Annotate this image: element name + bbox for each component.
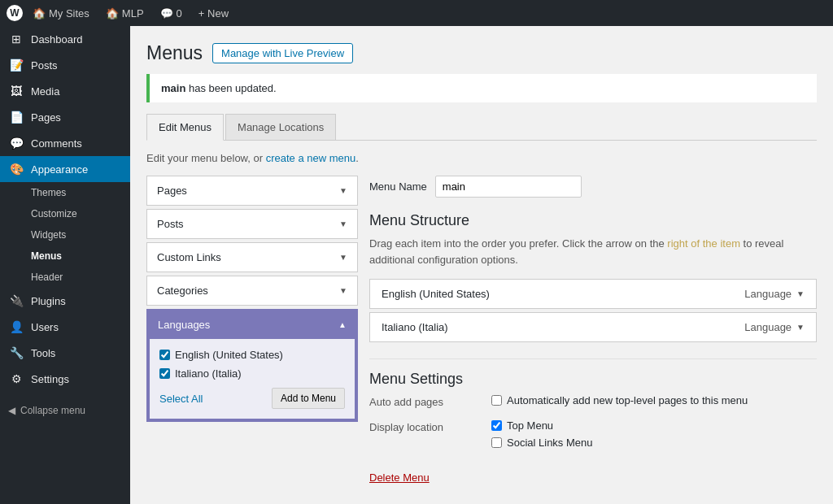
auto-add-row: Auto add pages Automatically add new top… [369, 394, 817, 411]
media-icon: 🖼 [8, 85, 24, 98]
display-location-label: Display location [369, 419, 475, 433]
menu-item-english-type: Language ▼ [744, 288, 805, 300]
adminbar-mlp[interactable]: 🏠 MLP [99, 0, 150, 26]
wp-logo-icon[interactable]: W [7, 5, 23, 21]
adminbar-my-sites[interactable]: 🏠 My Sites [26, 0, 96, 26]
display-location-row: Display location Top Menu Social Links M… [369, 419, 817, 454]
language-it-label[interactable]: Italiano (Italia) [175, 367, 242, 380]
notice-text: has been updated. [185, 82, 276, 94]
content-area: Edit your menu below, or create a new me… [146, 141, 817, 484]
sidebar-submenu-customize[interactable]: Customize [0, 203, 130, 224]
collapse-menu-button[interactable]: ◀ Collapse menu [0, 398, 130, 423]
accordion-languages-header[interactable]: Languages ▲ [148, 311, 356, 339]
main-wrap: ⊞ Dashboard 📝 Posts 🖼 Media 📄 Pages 💬 Co… [0, 26, 833, 504]
select-all-link[interactable]: Select All [159, 393, 203, 405]
sidebar-item-posts[interactable]: 📝 Posts [0, 52, 130, 78]
main-content: Menus Manage with Live Preview main has … [130, 26, 833, 504]
accordion-custom-links: Custom Links ▼ [146, 242, 358, 272]
sidebar-item-tools[interactable]: 🔧 Tools [0, 340, 130, 366]
columns-wrap: Pages ▼ Posts ▼ Custom Lin [146, 176, 817, 484]
languages-arrow-icon: ▲ [338, 320, 347, 329]
display-location-content: Top Menu Social Links Menu [491, 419, 817, 454]
sidebar-item-comments[interactable]: 💬 Comments [0, 130, 130, 156]
accordion-languages-footer: Select All Add to Menu [159, 388, 345, 409]
page-title: Menus [146, 42, 203, 64]
edit-note: Edit your menu below, or create a new me… [146, 152, 817, 164]
tab-manage-locations[interactable]: Manage Locations [225, 114, 336, 140]
tools-icon: 🔧 [8, 346, 24, 359]
users-icon: 👤 [8, 320, 24, 333]
home-icon: 🏠 [106, 7, 119, 20]
sidebar-submenu-menus[interactable]: Menus [0, 245, 130, 267]
custom-links-arrow-icon: ▼ [339, 253, 347, 262]
sidebar-submenu-themes[interactable]: Themes [0, 182, 130, 203]
my-sites-icon: 🏠 [33, 7, 46, 20]
sidebar-item-plugins[interactable]: 🔌 Plugins [0, 288, 130, 314]
sidebar-item-settings[interactable]: ⚙ Settings [0, 366, 130, 392]
settings-icon: ⚙ [8, 372, 24, 385]
language-en-us: English (United States) [159, 349, 345, 361]
delete-menu-link[interactable]: Delete Menu [369, 471, 430, 484]
menu-item-italiano: Italiano (Italia) Language ▼ [369, 312, 817, 342]
menu-item-english: English (United States) Language ▼ [369, 279, 817, 309]
menu-structure-title: Menu Structure [369, 212, 817, 229]
menu-settings: Menu Settings Auto add pages Automatical… [369, 358, 817, 454]
menu-name-label: Menu Name [369, 180, 427, 193]
social-links-menu-checkbox[interactable] [491, 437, 502, 448]
notice-bold: main [161, 82, 185, 94]
appearance-icon: 🎨 [8, 163, 24, 176]
update-notice: main has been updated. [146, 74, 817, 102]
language-en-us-checkbox[interactable] [159, 350, 170, 360]
categories-arrow-icon: ▼ [339, 286, 347, 295]
language-it-checkbox[interactable] [159, 368, 170, 379]
sidebar-item-media[interactable]: 🖼 Media [0, 78, 130, 104]
tab-edit-menus[interactable]: Edit Menus [146, 114, 224, 141]
accordion-languages-body: English (United States) Italiano (Italia… [148, 339, 356, 420]
social-links-menu-label[interactable]: Social Links Menu [491, 437, 817, 449]
add-to-menu-button[interactable]: Add to Menu [272, 388, 345, 409]
posts-arrow-icon: ▼ [339, 219, 347, 228]
adminbar-new[interactable]: + New [192, 0, 235, 26]
posts-icon: 📝 [8, 59, 24, 72]
language-it: Italiano (Italia) [159, 367, 345, 380]
auto-add-checkbox[interactable] [491, 395, 502, 406]
accordion-posts: Posts ▼ [146, 209, 358, 239]
sidebar: ⊞ Dashboard 📝 Posts 🖼 Media 📄 Pages 💬 Co… [0, 26, 130, 504]
sidebar-submenu-widgets[interactable]: Widgets [0, 224, 130, 245]
pages-icon: 📄 [8, 111, 24, 124]
menu-settings-title: Menu Settings [369, 371, 817, 388]
accordion-categories: Categories ▼ [146, 276, 358, 306]
left-column: Pages ▼ Posts ▼ Custom Lin [146, 176, 358, 425]
collapse-icon: ◀ [8, 405, 15, 416]
auto-add-content: Automatically add new top-level pages to… [491, 394, 817, 411]
menu-item-italiano-chevron-icon[interactable]: ▼ [796, 323, 805, 332]
live-preview-button[interactable]: Manage with Live Preview [212, 43, 353, 63]
sidebar-item-dashboard[interactable]: ⊞ Dashboard [0, 26, 130, 52]
plugins-icon: 🔌 [8, 294, 24, 307]
pages-arrow-icon: ▼ [339, 186, 347, 195]
accordion-pages: Pages ▼ [146, 176, 358, 206]
top-menu-checkbox[interactable] [491, 420, 502, 431]
menu-structure-desc: Drag each item into the order you prefer… [369, 236, 817, 267]
language-en-us-label[interactable]: English (United States) [175, 349, 283, 361]
top-menu-label[interactable]: Top Menu [491, 419, 817, 432]
sidebar-item-appearance[interactable]: 🎨 Appearance [0, 156, 130, 182]
accordion-posts-header[interactable]: Posts ▼ [147, 210, 357, 238]
sidebar-submenu-header[interactable]: Header [0, 267, 130, 288]
auto-add-label: Auto add pages [369, 394, 475, 408]
comment-icon: 💬 [160, 7, 173, 20]
menu-item-english-chevron-icon[interactable]: ▼ [796, 289, 805, 298]
comments-icon: 💬 [8, 137, 24, 150]
auto-add-checkbox-label[interactable]: Automatically add new top-level pages to… [491, 394, 817, 406]
sidebar-item-pages[interactable]: 📄 Pages [0, 104, 130, 130]
accordion-pages-header[interactable]: Pages ▼ [147, 176, 357, 205]
create-new-menu-link[interactable]: create a new menu [266, 152, 356, 164]
admin-bar: W 🏠 My Sites 🏠 MLP 💬 0 + New [0, 0, 833, 26]
page-header: Menus Manage with Live Preview [146, 42, 817, 64]
accordion-custom-links-header[interactable]: Custom Links ▼ [147, 243, 357, 272]
sidebar-item-users[interactable]: 👤 Users [0, 314, 130, 340]
adminbar-comments[interactable]: 💬 0 [154, 0, 189, 26]
menu-name-row: Menu Name [369, 176, 817, 198]
accordion-categories-header[interactable]: Categories ▼ [147, 276, 357, 305]
menu-name-input[interactable] [435, 176, 582, 198]
